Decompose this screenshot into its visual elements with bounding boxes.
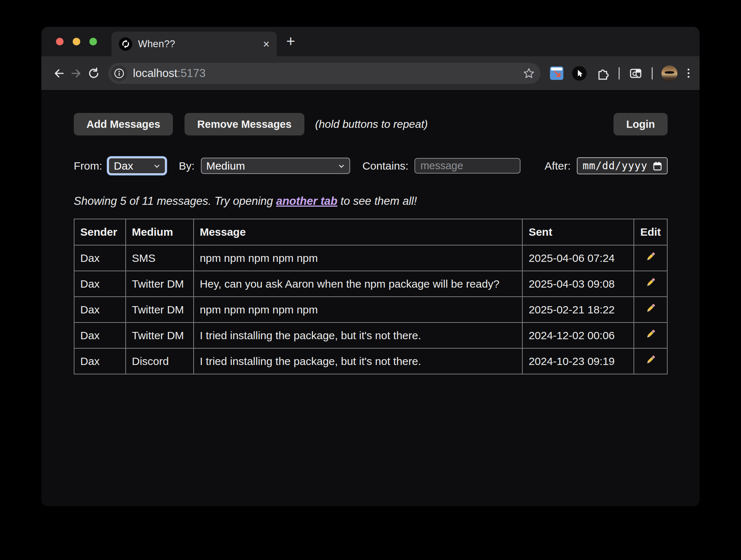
col-edit: Edit bbox=[634, 219, 667, 245]
chevron-down-icon bbox=[153, 162, 161, 170]
cell-sent: 2024-10-23 09:19 bbox=[522, 348, 634, 374]
cell-sent: 2025-04-06 07:24 bbox=[522, 245, 634, 271]
forward-icon[interactable] bbox=[68, 65, 85, 82]
table-row: Dax Discord I tried installing the packa… bbox=[74, 348, 667, 374]
contains-input[interactable] bbox=[414, 158, 521, 174]
chevron-down-icon bbox=[337, 162, 346, 170]
window-resizer-extension-icon[interactable] bbox=[550, 66, 563, 80]
cell-message: Hey, can you ask Aaron when the npm pack… bbox=[194, 271, 523, 297]
star-icon[interactable] bbox=[522, 67, 535, 80]
sync-icon bbox=[119, 37, 132, 51]
col-medium: Medium bbox=[126, 219, 194, 245]
cell-message: npm npm npm npm npm bbox=[194, 245, 523, 271]
edit-button[interactable] bbox=[634, 348, 667, 374]
edit-button[interactable] bbox=[634, 245, 667, 271]
pencil-icon bbox=[644, 328, 657, 341]
by-select[interactable]: Medium bbox=[201, 158, 350, 174]
cell-sender: Dax bbox=[74, 271, 126, 297]
by-select-value: Medium bbox=[206, 160, 337, 172]
toolbar-divider bbox=[652, 67, 653, 80]
pencil-icon bbox=[644, 276, 657, 289]
cell-sender: Dax bbox=[74, 348, 126, 374]
back-icon[interactable] bbox=[50, 65, 68, 82]
cell-message: I tried installing the package, but it's… bbox=[194, 348, 523, 374]
table-row: Dax Twitter DM Hey, can you ask Aaron wh… bbox=[74, 271, 667, 297]
messages-table: Sender Medium Message Sent Edit Dax SMS … bbox=[74, 219, 668, 374]
from-select[interactable]: Dax bbox=[108, 158, 166, 174]
status-before: Showing 5 of 11 messages. Try opening bbox=[74, 195, 276, 207]
url-host: localhost bbox=[133, 67, 177, 80]
page-content: Add Messages Remove Messages (hold butto… bbox=[41, 91, 700, 506]
profile-avatar[interactable] bbox=[661, 65, 677, 81]
cell-sender: Dax bbox=[74, 322, 126, 348]
traffic-lights bbox=[56, 38, 97, 45]
table-header-row: Sender Medium Message Sent Edit bbox=[74, 219, 667, 245]
contains-label: Contains: bbox=[363, 160, 409, 172]
cell-sent: 2024-12-02 00:06 bbox=[522, 322, 634, 348]
hold-hint-text: (hold buttons to repeat) bbox=[315, 118, 428, 130]
cell-medium: Twitter DM bbox=[126, 322, 194, 348]
status-after: to see them all! bbox=[337, 195, 417, 207]
edit-button[interactable] bbox=[634, 271, 667, 297]
pencil-icon bbox=[644, 353, 657, 366]
cell-sender: Dax bbox=[74, 297, 126, 322]
tab-title: When?? bbox=[138, 38, 257, 50]
browser-window: When?? × + bbox=[41, 27, 700, 506]
browser-toolbar: localhost:5173 bbox=[41, 56, 700, 91]
pencil-icon bbox=[644, 250, 657, 263]
cell-medium: SMS bbox=[126, 245, 194, 271]
filters-row: From: Dax By: Medium Contains: After: mm… bbox=[74, 157, 668, 174]
url-port: :5173 bbox=[177, 67, 206, 80]
toolbar-divider bbox=[619, 67, 620, 80]
add-messages-button[interactable]: Add Messages bbox=[74, 113, 173, 135]
cell-message: I tried installing the package, but it's… bbox=[194, 322, 523, 348]
cell-sender: Dax bbox=[74, 245, 126, 271]
reload-icon[interactable] bbox=[85, 65, 102, 82]
after-group: After: mm/dd/yyyy bbox=[544, 157, 668, 174]
cell-sent: 2025-02-21 18:22 bbox=[522, 297, 634, 322]
tab-when[interactable]: When?? × bbox=[112, 32, 277, 56]
menu-dots-icon[interactable] bbox=[686, 67, 691, 79]
minimize-window-button[interactable] bbox=[73, 38, 80, 45]
tab-strip: When?? × + bbox=[41, 27, 700, 56]
tab-close-icon[interactable]: × bbox=[263, 38, 270, 50]
cell-medium: Twitter DM bbox=[126, 271, 194, 297]
edit-button[interactable] bbox=[634, 322, 667, 348]
zoom-window-button[interactable] bbox=[89, 38, 97, 45]
url-bar[interactable]: localhost:5173 bbox=[108, 63, 540, 84]
cell-medium: Discord bbox=[126, 348, 194, 374]
toolbar-icons bbox=[550, 65, 691, 81]
after-label: After: bbox=[544, 160, 571, 172]
info-icon[interactable] bbox=[111, 65, 127, 81]
from-label: From: bbox=[74, 160, 102, 172]
cell-medium: Twitter DM bbox=[126, 297, 194, 322]
table-row: Dax Twitter DM I tried installing the pa… bbox=[74, 322, 667, 348]
table-row: Dax SMS npm npm npm npm npm 2025-04-06 0… bbox=[74, 245, 667, 271]
new-tab-button[interactable]: + bbox=[286, 34, 295, 49]
from-select-value: Dax bbox=[114, 160, 153, 172]
col-sent: Sent bbox=[522, 219, 634, 245]
close-window-button[interactable] bbox=[56, 38, 64, 45]
by-label: By: bbox=[179, 160, 194, 172]
tab-search-icon[interactable] bbox=[628, 66, 643, 81]
calendar-icon[interactable] bbox=[652, 161, 663, 171]
col-message: Message bbox=[194, 219, 523, 245]
col-sender: Sender bbox=[74, 219, 126, 245]
login-button[interactable]: Login bbox=[614, 113, 668, 135]
pencil-icon bbox=[644, 302, 657, 315]
cell-message: npm npm npm npm npm bbox=[194, 297, 523, 322]
actions-row: Add Messages Remove Messages (hold butto… bbox=[74, 113, 668, 135]
edit-button[interactable] bbox=[634, 297, 667, 322]
cell-sent: 2025-04-03 09:08 bbox=[522, 271, 634, 297]
url-text: localhost:5173 bbox=[133, 67, 206, 80]
after-date-input[interactable]: mm/dd/yyyy bbox=[577, 157, 668, 174]
extensions-puzzle-icon[interactable] bbox=[595, 66, 610, 81]
date-placeholder: mm/dd/yyyy bbox=[583, 160, 652, 172]
remove-messages-button[interactable]: Remove Messages bbox=[185, 113, 304, 135]
cursor-extension-icon[interactable] bbox=[572, 66, 587, 81]
status-line: Showing 5 of 11 messages. Try opening an… bbox=[74, 195, 668, 208]
table-row: Dax Twitter DM npm npm npm npm npm 2025-… bbox=[74, 297, 667, 322]
another-tab-link[interactable]: another tab bbox=[276, 195, 337, 207]
